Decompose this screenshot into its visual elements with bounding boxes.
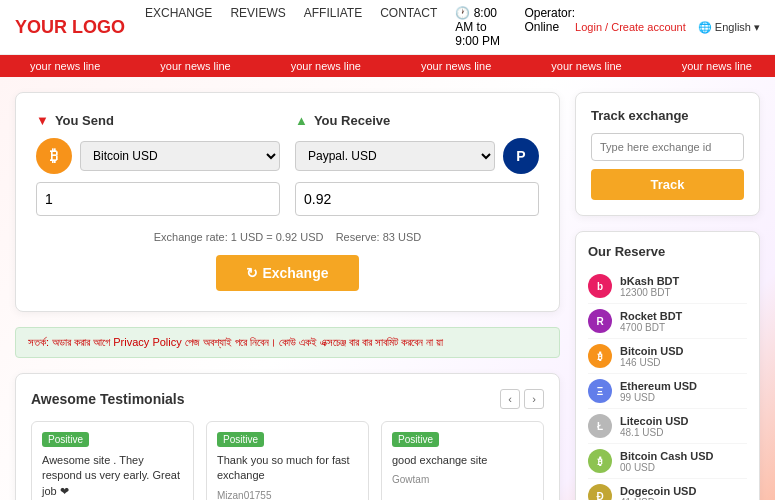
track-input[interactable] [591,133,744,161]
operator-status: Operator: Online [524,6,575,48]
nav-affiliate[interactable]: AFFILIATE [304,6,362,48]
send-col: ▼ You Send ₿ Bitcoin USD [36,113,280,216]
reserve-icon-2: ₿ [588,344,612,368]
exchange-box: ▼ You Send ₿ Bitcoin USD ▲ You [15,92,560,312]
send-currency-select[interactable]: Bitcoin USD [80,141,280,171]
reserve-info-6: Dogecoin USD 41 USD [620,485,747,501]
testimonial-author-3: Gowtam [392,474,533,485]
reserve-icon-6: Ð [588,484,612,500]
receive-header: ▲ You Receive [295,113,539,128]
receive-col: ▲ You Receive Paypal. USD P [295,113,539,216]
reserve-amount-6: 41 USD [620,497,747,501]
warning-text: সতর্ক: অডার করার আগে Privacy Policy পেজ … [28,336,443,348]
badge-2: Positive [217,432,264,447]
reserve-amount-1: 4700 BDT [620,322,747,333]
reserve-box: Our Reserve b bKash BDT 12300 BDT R Rock… [575,231,760,500]
reserve-amount-3: 99 USD [620,392,747,403]
ticker-item-6: your news line [652,60,775,72]
reserve-name-2: Bitcoin USD [620,345,747,357]
paypal-icon: P [503,138,539,174]
reserve-icon-0: b [588,274,612,298]
reserve-amount-0: 12300 BDT [620,287,747,298]
reserve-list: b bKash BDT 12300 BDT R Rocket BDT 4700 … [588,269,747,500]
testimonial-text-3: good exchange site [392,453,533,468]
reserve-item-5: ₿ Bitcoin Cash USD 00 USD [588,444,747,479]
login-button[interactable]: Login / Create account [575,21,686,33]
reserve-name-1: Rocket BDT [620,310,747,322]
reserve-item-1: R Rocket BDT 4700 BDT [588,304,747,339]
testimonials-prev[interactable]: ‹ [500,389,520,409]
reserve-item-4: Ł Litecoin USD 48.1 USD [588,409,747,444]
reserve-name-0: bKash BDT [620,275,747,287]
receive-currency-select[interactable]: Paypal. USD [295,141,495,171]
logo: YOUR LOGO [15,17,125,38]
header-right: Login / Create account 🌐 English ▾ [575,21,760,34]
send-amount-input[interactable] [36,182,280,216]
nav-reviews[interactable]: REVIEWS [230,6,285,48]
receive-arrow-icon: ▲ [295,113,308,128]
testimonials-box: Awesome Testimonials ‹ › Positive Awesom… [15,373,560,500]
left-panel: ▼ You Send ₿ Bitcoin USD ▲ You [15,92,560,500]
exchange-button[interactable]: ↻ Exchange [216,255,358,291]
reserve-info-3: Ethereum USD 99 USD [620,380,747,403]
reserve-icon-5: ₿ [588,449,612,473]
reserve-info-4: Litecoin USD 48.1 USD [620,415,747,438]
testimonial-3: Positive good exchange site Gowtam [381,421,544,500]
testimonial-text-2: Thank you so much for fast exchange [217,453,358,484]
reserve-text: Reserve: 83 USD [336,231,422,243]
language-selector[interactable]: 🌐 English ▾ [698,21,760,34]
reserve-info-2: Bitcoin USD 146 USD [620,345,747,368]
reserve-amount-5: 00 USD [620,462,747,473]
header: YOUR LOGO EXCHANGE REVIEWS AFFILIATE CON… [0,0,775,55]
testimonial-text-1: Awesome site . They respond us very earl… [42,453,183,499]
reserve-name-6: Dogecoin USD [620,485,747,497]
reserve-item-6: Ð Dogecoin USD 41 USD [588,479,747,500]
reserve-name-5: Bitcoin Cash USD [620,450,747,462]
main-nav: EXCHANGE REVIEWS AFFILIATE CONTACT 🕐 8:0… [145,6,575,48]
testimonial-author-2: Mizan01755 [217,490,358,500]
track-box: Track exchange Track [575,92,760,216]
reserve-title: Our Reserve [588,244,747,259]
testimonials-row: Positive Awesome site . They respond us … [31,421,544,500]
testimonials-nav: ‹ › [500,389,544,409]
ticker-item-3: your news line [261,60,391,72]
reserve-icon-3: Ξ [588,379,612,403]
testimonial-2: Positive Thank you so much for fast exch… [206,421,369,500]
exchange-row: ▼ You Send ₿ Bitcoin USD ▲ You [36,113,539,216]
reserve-amount-2: 146 USD [620,357,747,368]
rate-text: Exchange rate: 1 USD = 0.92 USD [154,231,324,243]
warning-bar: সতর্ক: অডার করার আগে Privacy Policy পেজ … [15,327,560,358]
reserve-name-3: Ethereum USD [620,380,747,392]
reserve-info-5: Bitcoin Cash USD 00 USD [620,450,747,473]
badge-1: Positive [42,432,89,447]
send-currency-row: ₿ Bitcoin USD [36,138,280,174]
ticker-item-4: your news line [391,60,521,72]
receive-currency-row: Paypal. USD P [295,138,539,174]
nav-contact[interactable]: CONTACT [380,6,437,48]
badge-3: Positive [392,432,439,447]
reserve-item-3: Ξ Ethereum USD 99 USD [588,374,747,409]
ticker-item-5: your news line [521,60,651,72]
send-label: You Send [55,113,114,128]
reserve-item-2: ₿ Bitcoin USD 146 USD [588,339,747,374]
testimonials-title: Awesome Testimonials ‹ › [31,389,544,409]
reserve-info-0: bKash BDT 12300 BDT [620,275,747,298]
testimonials-next[interactable]: › [524,389,544,409]
ticker-item-2: your news line [130,60,260,72]
reserve-item-0: b bKash BDT 12300 BDT [588,269,747,304]
send-header: ▼ You Send [36,113,280,128]
nav-exchange[interactable]: EXCHANGE [145,6,212,48]
track-button[interactable]: Track [591,169,744,200]
main-content: ▼ You Send ₿ Bitcoin USD ▲ You [0,77,775,500]
reserve-info-1: Rocket BDT 4700 BDT [620,310,747,333]
news-ticker: your news line your news line your news … [0,55,775,77]
reserve-name-4: Litecoin USD [620,415,747,427]
send-arrow-icon: ▼ [36,113,49,128]
reserve-icon-1: R [588,309,612,333]
testimonial-1: Positive Awesome site . They respond us … [31,421,194,500]
track-title: Track exchange [591,108,744,123]
receive-amount-input[interactable] [295,182,539,216]
ticker-item-1: your news line [0,60,130,72]
reserve-icon-4: Ł [588,414,612,438]
right-panel: Track exchange Track Our Reserve b bKash… [575,92,760,500]
